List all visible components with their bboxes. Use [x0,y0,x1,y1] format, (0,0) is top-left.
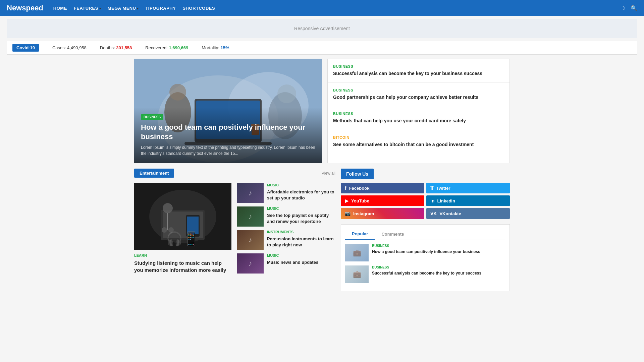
hero-section: BUSINESS How a good team can positively … [134,59,510,163]
svg-point-7 [169,84,186,101]
covid-recovered: Recovered: 1,690,669 [145,45,188,50]
nav-mega-menu[interactable]: MEGA MENU [108,5,139,11]
ent-featured-img[interactable] [134,183,231,250]
svg-point-20 [162,227,167,233]
popular-item-category-0: BUSINESS [372,244,480,248]
ent-featured-title[interactable]: Studying listening to music can help you… [134,259,231,274]
entertainment-col: Entertainment View all [134,169,335,291]
entertainment-grid: LEARN Studying listening to music can he… [134,183,335,274]
nav-typography[interactable]: TIPOGRAPHY [145,5,176,11]
covid-mortality: Mortality: 15% [202,45,229,50]
instagram-button[interactable]: 📷 Instagram [341,208,424,219]
ent-thumb-1[interactable] [237,206,264,227]
hero-title[interactable]: How a good team can positively influence… [141,123,315,142]
facebook-button[interactable]: f Facebook [341,183,424,193]
ent-title-1[interactable]: See the top playlist on spotify and rene… [267,213,335,225]
covid-cases: Cases: 4,490,958 [52,45,87,50]
ent-item-2: INSTRUMENTS Percussion instruments to le… [237,230,335,250]
ent-featured-illustration [134,183,231,250]
article-category-2: BUSINESS [333,112,504,116]
popular-item-category-1: BUSINESS [372,265,481,269]
article-title-1[interactable]: Good partnerships can help your company … [333,94,504,101]
article-category-3: BITCOIN [333,135,504,139]
sidebar-article-2: BUSINESS Methods that can help you use y… [328,106,509,130]
ent-title-3[interactable]: Music news and updates [267,259,318,265]
ent-thumb-0[interactable] [237,183,264,203]
entertainment-title-tag: Entertainment [134,169,174,178]
article-category-0: BUSINESS [333,64,504,68]
popular-item-1: BUSINESS Successful analysis can become … [345,265,505,283]
sidebar-articles: BUSINESS Successful analysis can become … [327,59,510,163]
navbar: Newspeed HOME FEATURES MEGA MENU TIPOGRA… [0,0,644,16]
ent-featured: LEARN Studying listening to music can he… [134,183,231,274]
ent-thumb-2[interactable] [237,230,264,250]
ent-featured-category: LEARN [134,253,231,257]
main-container: BUSINESS How a good team can positively … [131,59,513,291]
bottom-section: Entertainment View all [134,169,510,291]
article-title-3[interactable]: See some alternatives to bitcoin that ca… [333,141,504,148]
youtube-icon: ▶ [345,198,348,203]
ent-category-0: MUSIC [267,183,335,187]
ent-item-3: MUSIC Music news and updates [237,253,335,274]
linkedin-icon: in [430,198,434,203]
hero-overlay: BUSINESS How a good team can positively … [134,107,322,163]
ent-category-3: MUSIC [267,253,318,257]
hero-category-badge: BUSINESS [141,114,163,120]
twitter-button[interactable]: 𝕋 Twitter [426,183,510,193]
ad-banner: Responsive Advertisement [7,19,637,38]
youtube-button[interactable]: ▶ YouTube [341,195,424,206]
ent-item-0: MUSIC Affordable electronics for you to … [237,183,335,203]
svg-point-18 [163,203,173,213]
instagram-icon: 📷 [345,211,351,216]
popular-thumb-0[interactable] [345,244,369,261]
ent-list: MUSIC Affordable electronics for you to … [237,183,335,274]
sidebar-article-1: BUSINESS Good partnerships can help your… [328,83,509,107]
view-all-link[interactable]: View all [322,171,335,176]
nav-features[interactable]: FEATURES [74,5,101,11]
svg-rect-17 [187,217,199,234]
popular-item-title-0[interactable]: How a good team can positively influence… [372,249,480,255]
nav-shortcodes[interactable]: SHORTCODES [182,5,215,11]
ent-thumb-3[interactable] [237,253,264,274]
tab-header: Popular Comments [345,229,505,240]
right-sidebar: Follow Us f Facebook 𝕋 Twitter ▶ YouTube [341,169,510,291]
twitter-icon: 𝕋 [430,185,434,191]
follow-us-section: Follow Us f Facebook 𝕋 Twitter ▶ YouTube [341,169,510,219]
navbar-icons: ☽ 🔍 [621,5,637,11]
vkontakte-button[interactable]: VK VKontakte [426,208,510,219]
sidebar-article-3: BITCOIN See some alternatives to bitcoin… [328,130,509,154]
popular-item-0: BUSINESS How a good team can positively … [345,244,505,261]
tab-comments[interactable]: Comments [375,229,411,240]
search-icon[interactable]: 🔍 [631,5,637,11]
covid-bar: Covid-19 Cases: 4,490,958 Deaths: 301,55… [7,41,637,55]
social-grid: f Facebook 𝕋 Twitter ▶ YouTube in Linked… [341,183,510,219]
article-category-1: BUSINESS [333,88,504,92]
theme-toggle-icon[interactable]: ☽ [621,5,625,11]
facebook-icon: f [345,185,346,191]
brand-logo[interactable]: Newspeed [7,4,43,12]
entertainment-header: Entertainment View all [134,169,335,178]
hero-image-wrap[interactable]: BUSINESS How a good team can positively … [134,59,322,163]
ent-item-1: MUSIC See the top playlist on spotify an… [237,206,335,227]
ent-category-2: INSTRUMENTS [267,230,335,234]
svg-point-9 [277,84,296,103]
article-title-0[interactable]: Successful analysis can become the key t… [333,70,504,77]
nav-home[interactable]: HOME [53,5,67,11]
linkedin-button[interactable]: in LinkedIn [426,195,510,206]
popular-item-title-1[interactable]: Successful analysis can become the key t… [372,270,481,276]
sidebar-article-0: BUSINESS Successful analysis can become … [328,59,509,83]
popular-thumb-1[interactable] [345,265,369,283]
tab-popular[interactable]: Popular [345,229,375,240]
follow-us-header: Follow Us [341,169,374,179]
ent-title-0[interactable]: Affordable electronics for you to set up… [267,189,335,201]
covid-deaths: Deaths: 301,558 [100,45,132,50]
popular-section: Popular Comments BUSINESS How a good tea… [341,224,510,291]
hero-excerpt: Lorem Ipsum is simply dummy text of the … [141,144,315,157]
ent-title-2[interactable]: Percussion instruments to learn to play … [267,236,335,248]
article-title-2[interactable]: Methods that can help you use your credi… [333,118,504,124]
ent-category-1: MUSIC [267,206,335,210]
vkontakte-icon: VK [430,211,437,216]
svg-point-21 [168,227,174,233]
nav-links: HOME FEATURES MEGA MENU TIPOGRAPHY SHORT… [53,5,621,11]
covid-tag: Covid-19 [12,44,39,52]
